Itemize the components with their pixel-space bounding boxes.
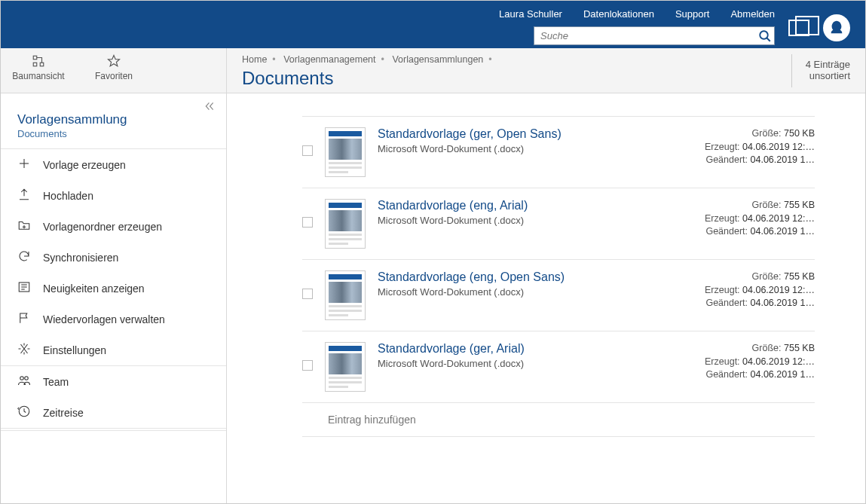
- count-line1: 4 Einträge: [806, 59, 850, 70]
- doc-row: Standardvorlage (eng, Open Sans) Microso…: [302, 259, 815, 331]
- datalocations-link[interactable]: Datenlokationen: [583, 8, 654, 20]
- doc-meta: Größe: 755 KB Erzeugt: 04.06.2019 12:… G…: [690, 199, 815, 239]
- sidebar-item-label: Team: [43, 376, 69, 388]
- doc-thumbnail[interactable]: [325, 199, 366, 249]
- svg-point-0: [760, 31, 768, 39]
- row-checkbox[interactable]: [302, 145, 313, 156]
- windows-icon[interactable]: [788, 20, 809, 36]
- sidebar-item-label: Vorlage erzeugen: [43, 159, 126, 171]
- content: Standardvorlage (ger, Open Sans) Microso…: [227, 93, 865, 503]
- side-heading: Vorlagensammlung: [17, 111, 211, 128]
- svg-point-15: [25, 377, 29, 380]
- count-line2: unsortiert: [806, 70, 850, 81]
- sidebar-item-upload[interactable]: Hochladen: [1, 180, 226, 211]
- breadcrumb: Home• Vorlagenmanagement• Vorlagensammlu…: [242, 54, 497, 65]
- add-entry[interactable]: Eintrag hinzufügen: [302, 402, 815, 437]
- sidebar-item-label: Synchronisieren: [43, 252, 118, 264]
- svg-line-1: [767, 38, 770, 41]
- doc-row: Standardvorlage (eng, Arial) Microsoft W…: [302, 188, 815, 259]
- doc-title[interactable]: Standardvorlage (eng, Arial): [378, 199, 678, 212]
- doc-meta: Größe: 755 KB Erzeugt: 04.06.2019 12:… G…: [690, 270, 815, 310]
- tab-favorites[interactable]: Favoriten: [76, 48, 151, 93]
- doc-subtitle: Microsoft Word-Dokument (.docx): [378, 358, 678, 369]
- sidebar-item-sync[interactable]: Synchronisieren: [1, 242, 226, 273]
- sidebar: Vorlagensammlung Documents Vorlage erzeu…: [1, 93, 227, 503]
- doc-thumbnail[interactable]: [325, 127, 366, 177]
- side-subheading[interactable]: Documents: [17, 128, 211, 139]
- sidebar-item-settings[interactable]: Einstellungen: [1, 334, 226, 365]
- svg-marker-5: [109, 56, 120, 66]
- crumb-vm[interactable]: Vorlagenmanagement: [283, 54, 375, 65]
- count-box: 4 Einträge unsortiert: [791, 54, 850, 87]
- settings-icon: [17, 342, 31, 358]
- team-icon: [17, 374, 31, 389]
- avatar[interactable]: [823, 14, 850, 41]
- doc-subtitle: Microsoft Word-Dokument (.docx): [378, 215, 678, 226]
- folder-plus-icon: [17, 218, 31, 234]
- doc-title[interactable]: Standardvorlage (ger, Arial): [378, 342, 678, 356]
- support-link[interactable]: Support: [675, 8, 710, 20]
- sidebar-item-flag[interactable]: Wiedervorlagen verwalten: [1, 304, 226, 334]
- doc-title[interactable]: Standardvorlage (ger, Open Sans): [378, 127, 678, 141]
- sidebar-item-label: Zeitreise: [43, 407, 84, 419]
- sidebar-item-label: Wiedervorlagen verwalten: [43, 313, 165, 325]
- search-icon[interactable]: [756, 29, 774, 43]
- logout-link[interactable]: Abmelden: [730, 8, 775, 20]
- subheader: Baumansicht Favoriten Home• Vorlagenmana…: [1, 48, 865, 93]
- news-icon: [17, 280, 31, 296]
- doc-thumbnail[interactable]: [325, 342, 366, 392]
- sidebar-item-clock[interactable]: Zeitreise: [1, 397, 226, 428]
- sidebar-item-label: Einstellungen: [43, 344, 106, 356]
- topbar: Laura Schuller Datenlokationen Support A…: [1, 1, 865, 48]
- svg-rect-4: [33, 63, 37, 66]
- search-input[interactable]: [534, 28, 756, 44]
- sidebar-item-label: Hochladen: [43, 190, 93, 202]
- doc-subtitle: Microsoft Word-Dokument (.docx): [378, 286, 678, 298]
- sidebar-item-news[interactable]: Neuigkeiten anzeigen: [1, 273, 226, 304]
- sync-icon: [17, 249, 31, 265]
- doc-meta: Größe: 750 KB Erzeugt: 04.06.2019 12:… G…: [690, 127, 815, 167]
- doc-row: Standardvorlage (ger, Arial) Microsoft W…: [302, 331, 815, 402]
- row-checkbox[interactable]: [302, 217, 313, 228]
- top-links: Laura Schuller Datenlokationen Support A…: [499, 8, 775, 20]
- sidebar-item-label: Vorlagenordner erzeugen: [43, 221, 162, 233]
- page-title: Documents: [242, 68, 497, 89]
- doc-title[interactable]: Standardvorlage (eng, Open Sans): [378, 270, 678, 284]
- sidebar-item-label: Neuigkeiten anzeigen: [43, 283, 145, 295]
- svg-rect-3: [40, 63, 44, 66]
- tab-tree[interactable]: Baumansicht: [1, 48, 76, 93]
- collapse-icon[interactable]: [203, 101, 216, 114]
- tab-tree-label: Baumansicht: [12, 71, 64, 81]
- sidebar-item-plus[interactable]: Vorlage erzeugen: [1, 149, 226, 180]
- user-link[interactable]: Laura Schuller: [499, 8, 562, 20]
- doc-row: Standardvorlage (ger, Open Sans) Microso…: [302, 116, 815, 188]
- upload-icon: [17, 188, 31, 203]
- doc-meta: Größe: 755 KB Erzeugt: 04.06.2019 12:… G…: [690, 342, 815, 382]
- plus-icon: [17, 157, 31, 173]
- row-checkbox[interactable]: [302, 289, 313, 299]
- svg-point-14: [20, 377, 24, 380]
- sidebar-item-folder-plus[interactable]: Vorlagenordner erzeugen: [1, 211, 226, 242]
- sidebar-item-team[interactable]: Team: [1, 366, 226, 397]
- tab-fav-label: Favoriten: [95, 71, 133, 81]
- svg-rect-2: [33, 56, 37, 60]
- top-icons: [788, 14, 850, 41]
- search-box[interactable]: [534, 26, 775, 45]
- row-checkbox[interactable]: [302, 360, 313, 371]
- crumb-vs[interactable]: Vorlagensammlungen: [392, 54, 483, 65]
- crumb-home[interactable]: Home: [242, 54, 267, 65]
- doc-thumbnail[interactable]: [325, 270, 366, 320]
- flag-icon: [17, 311, 31, 327]
- doc-subtitle: Microsoft Word-Dokument (.docx): [378, 143, 678, 154]
- clock-icon: [17, 405, 31, 420]
